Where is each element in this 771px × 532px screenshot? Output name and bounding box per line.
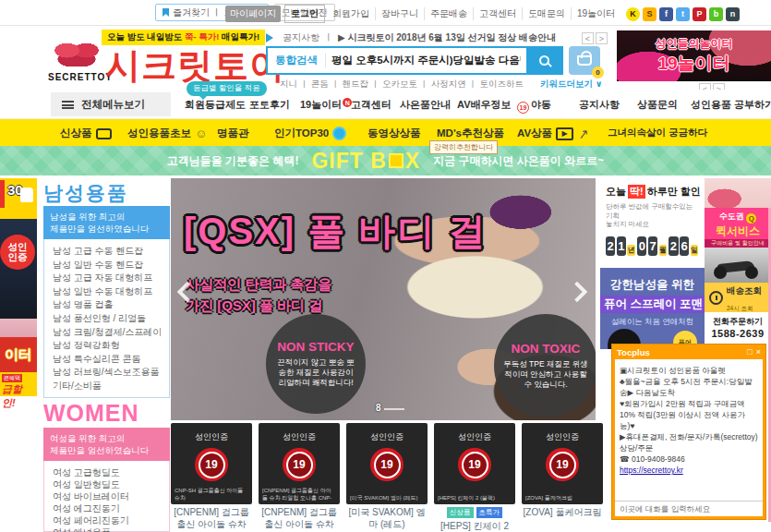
- women-cat-item[interactable]: 여성 페어리진동기: [53, 514, 161, 526]
- nav-member-grade[interactable]: 회원등급제도: [185, 98, 246, 112]
- kakaotalk-icon[interactable]: K: [626, 7, 640, 21]
- nav-learn-adult-goods[interactable]: 성인용품 공부하기*: [691, 98, 771, 112]
- search-input[interactable]: [326, 55, 526, 66]
- cat-her-secret[interactable]: 그녀의속살이 궁금하다: [608, 127, 707, 139]
- pure-spray-banner[interactable]: 강한남성을 위한 퓨어 스프레이 포맨 설레이는 처음 연애처럼 퓨어: [600, 268, 705, 349]
- nav-photo-review[interactable]: 포토후기: [249, 98, 290, 112]
- nav-adult-video[interactable]: 19야동: [517, 98, 551, 114]
- chat-close-icon[interactable]: ×: [756, 347, 761, 357]
- deal-title-c: 하루만 할인: [647, 185, 701, 199]
- playground19-link[interactable]: 19놀이터: [571, 7, 620, 20]
- women-desc-line2: 제품만을 엄선하였습니다: [50, 445, 149, 455]
- cat-av-products[interactable]: AV상품▶: [517, 127, 573, 140]
- adult-auth-label: 성인인증: [434, 431, 515, 443]
- cart-link[interactable]: 장바구니: [375, 7, 424, 20]
- cat-beginner[interactable]: 성인용품초보☺: [127, 127, 207, 140]
- gift-box-strip[interactable]: 고객님들을 기분좋은 혜택! GIFT BX 지금 구매하시면 사은품이 와르르…: [0, 146, 771, 175]
- notice-label[interactable]: 공지사항: [283, 31, 319, 44]
- cat-video-products[interactable]: 동영상상품: [367, 127, 421, 140]
- delivery-track-banner[interactable]: 배송조회24시 조회: [705, 283, 771, 312]
- men-cat-item[interactable]: 남성 크림/청결제/스프레이: [53, 326, 161, 340]
- chat-line: ▶휴대폰결제, 전화/문자/카톡(secrettoy) 상담/주문: [620, 431, 758, 453]
- women-cat-item[interactable]: 여성 에그진동기: [53, 502, 161, 514]
- men-category-title: 남성용품: [43, 180, 128, 206]
- kakaostory-icon[interactable]: S: [643, 7, 657, 21]
- product-card[interactable]: 성인인증 19 [미국 SVAKOM] 엠마 (레드) [미국 SVAKOM] …: [346, 423, 428, 530]
- hero-subtitle: 사실적인 탄력과 촉감을가진 [QSX] 풀 바디 걸: [186, 273, 331, 316]
- mypage-link[interactable]: 마이페이지: [225, 6, 281, 22]
- men-cat-item[interactable]: 남성 일반 수동 대형히프: [53, 285, 161, 299]
- notice-text[interactable]: ▶ 시크릿토이 2018년 6월 13일 선거일 정상 배송안내: [338, 31, 556, 44]
- cat-top30-label: 인기TOP30: [274, 127, 329, 140]
- cat-new-products[interactable]: 신상품: [60, 127, 112, 140]
- left-edge-playground-banner[interactable]: 이터: [0, 337, 37, 372]
- facebook-icon[interactable]: f: [659, 7, 673, 21]
- slider-pagination[interactable]: 8: [376, 403, 404, 413]
- chat-minimize-icon[interactable]: □: [747, 347, 752, 357]
- search-button[interactable]: [526, 48, 561, 73]
- women-cat-item[interactable]: 여성 고급형딜도: [53, 466, 161, 478]
- cat-md-picks[interactable]: MD's추천상품: [437, 127, 504, 140]
- date-digit: 2: [669, 236, 678, 256]
- product-card[interactable]: 성인인증 19 [ZOVA] 풀케어크림 [ZOVA] 풀케어크림: [522, 423, 603, 519]
- quick-service-banner[interactable]: 수도권 Q 퀵서비스: [705, 208, 771, 239]
- naver-blog-icon[interactable]: b: [709, 7, 723, 21]
- men-cat-item[interactable]: 남성 러브링/섹스보조용품: [53, 366, 161, 380]
- notice-pager: < >: [582, 32, 608, 44]
- women-cat-item[interactable]: 여성 애널용품: [53, 526, 161, 532]
- product-name[interactable]: [미국 SVAKOM] 엠마 (레드): [346, 507, 428, 530]
- men-cat-item[interactable]: 남성 정력강화형: [53, 339, 161, 353]
- chat-shop-link[interactable]: https://secrettoy.kr: [620, 466, 683, 475]
- product-name[interactable]: [ZOVA] 풀케어크림: [522, 507, 603, 519]
- pinterest-icon[interactable]: P: [693, 7, 706, 21]
- band-icon[interactable]: n: [726, 7, 740, 21]
- twitter-icon[interactable]: t: [676, 7, 690, 21]
- nav-playground19[interactable]: 19놀이터N: [300, 98, 352, 112]
- men-cat-item[interactable]: 남성 고급 수동 핸드잡: [53, 245, 161, 259]
- wholesale-link[interactable]: 도매문의: [522, 7, 571, 20]
- nav-gift-info[interactable]: 사은품안내: [400, 98, 451, 112]
- nav-customer-center[interactable]: 고객센터: [351, 98, 392, 112]
- phone-order-banner[interactable]: 전화주문하기 1588-2639: [705, 312, 771, 347]
- product-name[interactable]: [CNPENM] 걸그룹출신 아이돌 슈차 리얼 오나: [171, 507, 252, 531]
- men-cat-item[interactable]: 기타/소비품: [53, 380, 161, 393]
- notice-next-button[interactable]: >: [596, 32, 608, 44]
- product-name[interactable]: [CNPENM] 걸그룹출신 아이돌 슈차 리얼힙 오: [259, 507, 340, 531]
- cat-top30[interactable]: 인기TOP30: [274, 127, 346, 140]
- arrow-doodle-icon: ↗: [578, 127, 589, 141]
- chat-header[interactable]: Tocplus □ ×: [615, 345, 763, 359]
- nav-notice[interactable]: 공지사항: [579, 98, 620, 112]
- men-cat-item[interactable]: 남성 명품 컵홀: [53, 298, 161, 312]
- all-menu-button[interactable]: 전체메뉴보기: [51, 92, 171, 116]
- header-ad-banner[interactable]: 성인들의놀이터 19놀이터: [617, 30, 771, 81]
- men-cat-item[interactable]: 남성 특수실리콘 콘돔: [53, 353, 161, 367]
- notice-prev-button[interactable]: <: [582, 32, 594, 44]
- hero-banner[interactable]: [QSX] 풀 바디 걸 사실적인 탄력과 촉감을가진 [QSX] 풀 바디 걸…: [171, 178, 596, 420]
- men-desc-line1: 남성을 위한 최고의: [50, 212, 125, 222]
- women-cat-item[interactable]: 여성 바이브레이터: [53, 490, 161, 502]
- product-card[interactable]: 성인인증 19 [CNPENM] 걸그룹출신 아이돌 슈차 리얼헙 오나홀 CN…: [259, 423, 340, 531]
- signup-link[interactable]: 회원가입: [327, 7, 375, 20]
- one-day-deal-banner[interactable]: 오늘 딱! 하루만 할인 단하루 반값에 구매할수있는 기획놓치지 마세요 2 …: [600, 178, 705, 268]
- product-card[interactable]: 성인인증 19 CNP-SH 걸그룹출신 아이돌 슈차 [CNPENM] 걸그룹…: [171, 423, 252, 531]
- cat-luxury[interactable]: 명품관: [217, 127, 249, 140]
- cart-button[interactable]: 0: [569, 46, 600, 75]
- product-name[interactable]: [HEPS] 킨제이 2 (블랙): [434, 521, 515, 532]
- login-link[interactable]: 로그인: [284, 5, 325, 23]
- order-tracking-link[interactable]: 주문배송: [424, 7, 473, 20]
- gift-right-text: 지금 구매하시면 사은품이 와르르~: [433, 153, 604, 169]
- men-cat-item[interactable]: 남성 고급 자동 대형히프: [53, 272, 161, 285]
- customer-center-link[interactable]: 고객센터: [473, 7, 522, 20]
- men-cat-item[interactable]: 남성 일반 수동 핸드잡: [53, 259, 161, 272]
- left-edge-sale-banner[interactable]: 큰혜택급할인!: [0, 372, 37, 396]
- nav-av-actress-info[interactable]: AV배우정보: [457, 98, 511, 112]
- search-scope-label[interactable]: 통합검색: [268, 54, 326, 67]
- men-cat-item[interactable]: 남성 풍선인형 / 리얼돌: [53, 312, 161, 326]
- product-card[interactable]: 성인인증 19 [HEPS] 킨제이 2 (블랙) 신상품 초특가 [HEPS]…: [434, 423, 515, 532]
- left-edge-top30-banner[interactable]: 30: [0, 178, 37, 219]
- nav-product-inquiry[interactable]: 상품문의: [637, 98, 678, 112]
- women-cat-item[interactable]: 여성 일반형딜도: [53, 478, 161, 490]
- track-sub: 24시 조회: [727, 305, 753, 311]
- chat-message-input[interactable]: [615, 504, 763, 514]
- search-icon: [539, 55, 549, 66]
